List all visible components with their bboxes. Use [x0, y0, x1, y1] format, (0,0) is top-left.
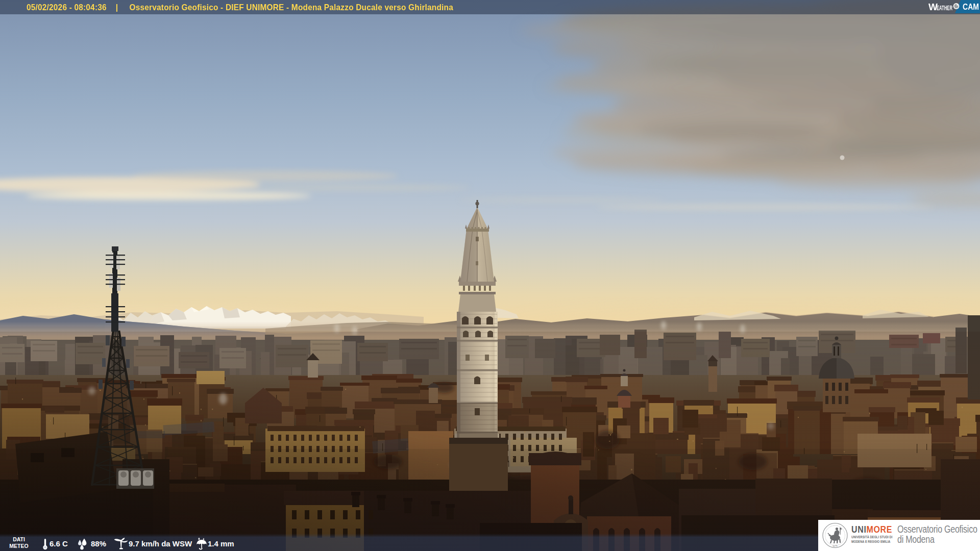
svg-text:EATHER: EATHER	[937, 4, 952, 12]
svg-text:1175: 1175	[832, 545, 838, 547]
svg-text:CAM: CAM	[963, 2, 979, 12]
